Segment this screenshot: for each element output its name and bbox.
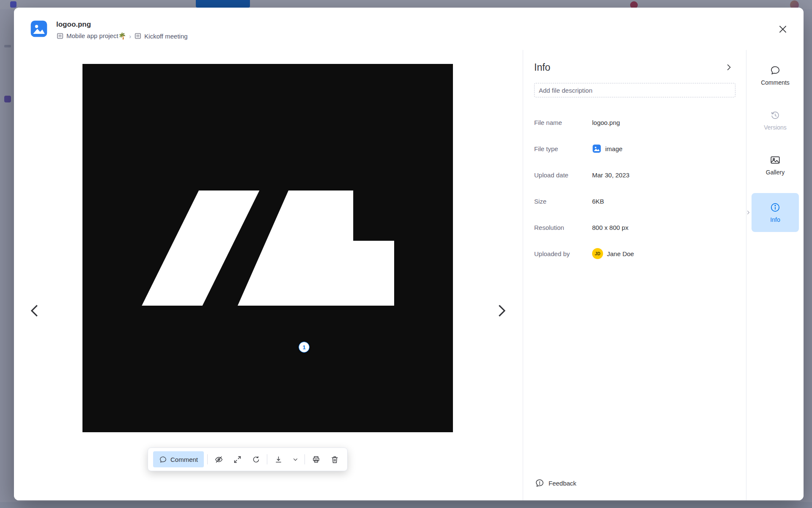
- comment-button-label: Comment: [170, 456, 198, 463]
- hide-annotations-button[interactable]: [211, 452, 226, 467]
- fullscreen-button[interactable]: [230, 452, 245, 467]
- download-options-button[interactable]: [289, 452, 301, 467]
- board-icon: [56, 32, 64, 40]
- next-file-button[interactable]: [492, 301, 510, 320]
- versions-icon: [770, 110, 781, 121]
- comments-icon: [770, 65, 781, 76]
- toolbar-divider: [304, 454, 305, 464]
- side-tab-rail: Comments Versions Gallery: [746, 50, 804, 500]
- field-upload-date: Upload date Mar 30, 2023: [534, 169, 735, 180]
- field-file-name: File name logoo.png: [534, 117, 735, 128]
- image-file-icon: [592, 144, 601, 153]
- tab-comments[interactable]: Comments: [752, 56, 799, 95]
- field-resolution: Resolution 800 x 800 px: [534, 222, 735, 233]
- breadcrumb: Mobile app project🌴 › Kickoff meeting: [56, 32, 188, 40]
- file-title: logoo.png: [56, 20, 188, 29]
- tab-gallery[interactable]: Gallery: [752, 146, 799, 185]
- viewer-toolbar: Comment: [148, 447, 348, 471]
- chevron-right-icon: [493, 303, 509, 319]
- logo-image: [82, 64, 453, 432]
- field-uploaded-by: Uploaded by JD Jane Doe: [534, 248, 735, 259]
- chevron-left-icon: [27, 303, 43, 319]
- previous-file-button[interactable]: [26, 301, 44, 320]
- image-preview: 1: [82, 64, 453, 432]
- breadcrumb-item-link[interactable]: Kickoff meeting: [134, 32, 187, 40]
- print-button[interactable]: [308, 452, 324, 467]
- close-button[interactable]: [776, 22, 790, 36]
- tab-label: Versions: [764, 124, 787, 131]
- file-description-input[interactable]: [534, 83, 735, 97]
- info-icon: [770, 202, 781, 213]
- delete-button[interactable]: [327, 452, 342, 467]
- file-preview-modal: logoo.png Mobile app project🌴 ›: [14, 8, 804, 500]
- field-file-type: File type image: [534, 143, 735, 154]
- chevron-down-icon: [292, 456, 299, 463]
- tab-label: Comments: [761, 79, 790, 86]
- rotate-icon: [252, 455, 261, 464]
- toolbar-divider: [267, 454, 267, 464]
- chevron-right-icon: [745, 210, 751, 215]
- info-panel: Info File name logoo.png File type: [523, 50, 746, 500]
- download-button[interactable]: [271, 452, 286, 467]
- toolbar-divider: [207, 454, 208, 464]
- item-icon: [134, 32, 142, 40]
- print-icon: [312, 455, 321, 464]
- image-file-icon: [30, 19, 48, 38]
- chevron-right-icon: ›: [129, 33, 131, 40]
- comment-bubble-icon: [159, 456, 167, 464]
- breadcrumb-item-label: Kickoff meeting: [144, 33, 187, 40]
- gallery-icon: [770, 155, 781, 166]
- eye-off-icon: [214, 455, 223, 464]
- download-icon: [274, 455, 283, 464]
- rotate-button[interactable]: [248, 452, 263, 467]
- breadcrumb-board-link[interactable]: Mobile app project🌴: [56, 32, 126, 40]
- annotation-badge[interactable]: 1: [299, 342, 310, 353]
- breadcrumb-board-label: Mobile app project🌴: [66, 32, 126, 40]
- tab-info[interactable]: Info: [752, 193, 799, 232]
- close-icon: [777, 24, 788, 35]
- trash-icon: [330, 455, 339, 464]
- file-metadata: File name logoo.png File type image: [534, 117, 735, 259]
- file-viewer: 1 Comment: [14, 50, 523, 500]
- tab-versions[interactable]: Versions: [752, 101, 799, 140]
- uploader-avatar: JD: [592, 248, 603, 259]
- feedback-label: Feedback: [549, 480, 576, 487]
- tab-label: Gallery: [766, 169, 785, 176]
- modal-header: logoo.png Mobile app project🌴 ›: [14, 8, 804, 50]
- field-size: Size 6KB: [534, 196, 735, 207]
- chevron-right-icon: [724, 63, 733, 72]
- info-panel-title: Info: [534, 62, 550, 73]
- panel-collapse-handle[interactable]: [745, 207, 752, 218]
- collapse-info-button[interactable]: [722, 61, 735, 74]
- comment-button[interactable]: Comment: [153, 451, 204, 467]
- feedback-bubble-icon: [535, 478, 544, 488]
- tab-label: Info: [770, 216, 780, 223]
- feedback-button[interactable]: Feedback: [535, 478, 576, 488]
- expand-icon: [233, 455, 242, 464]
